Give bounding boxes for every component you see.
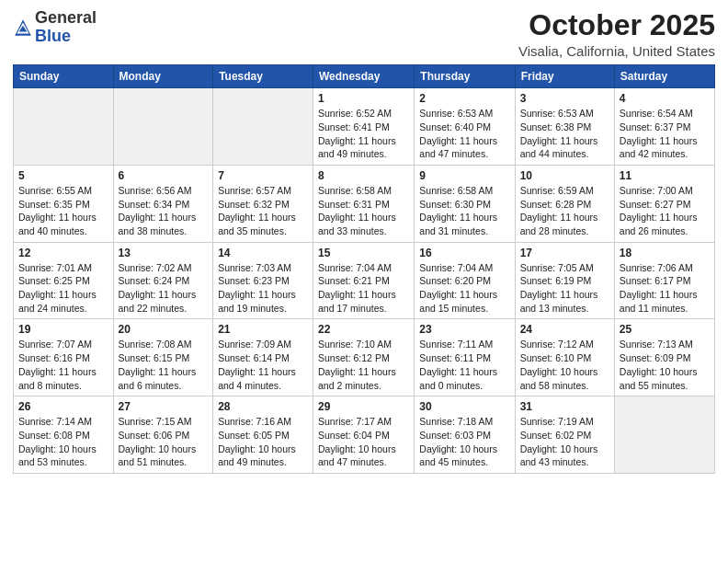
table-row: 8Sunrise: 6:58 AM Sunset: 6:31 PM Daylig…	[313, 165, 415, 242]
table-row: 29Sunrise: 7:17 AM Sunset: 6:04 PM Dayli…	[313, 396, 415, 474]
logo-blue: Blue	[35, 27, 71, 45]
day-info: Sunrise: 6:56 AM Sunset: 6:34 PM Dayligh…	[119, 184, 209, 238]
day-info: Sunrise: 7:19 AM Sunset: 6:02 PM Dayligh…	[520, 415, 609, 469]
day-info: Sunrise: 6:52 AM Sunset: 6:41 PM Dayligh…	[318, 107, 409, 161]
header-thursday: Thursday	[415, 65, 515, 88]
table-row: 23Sunrise: 7:11 AM Sunset: 6:11 PM Dayli…	[415, 319, 515, 396]
day-number: 25	[620, 323, 710, 336]
table-row: 26Sunrise: 7:14 AM Sunset: 6:08 PM Dayli…	[14, 396, 114, 474]
calendar-header-row: Sunday Monday Tuesday Wednesday Thursday…	[14, 65, 715, 88]
day-number: 26	[18, 400, 108, 413]
table-row: 6Sunrise: 6:56 AM Sunset: 6:34 PM Daylig…	[113, 165, 213, 242]
day-number: 4	[620, 92, 710, 105]
table-row: 31Sunrise: 7:19 AM Sunset: 6:02 PM Dayli…	[515, 396, 614, 474]
day-number: 2	[419, 92, 509, 105]
calendar-week-row: 26Sunrise: 7:14 AM Sunset: 6:08 PM Dayli…	[14, 396, 715, 474]
table-row: 2Sunrise: 6:53 AM Sunset: 6:40 PM Daylig…	[415, 88, 515, 166]
day-info: Sunrise: 7:15 AM Sunset: 6:06 PM Dayligh…	[119, 415, 209, 469]
day-number: 7	[218, 169, 308, 182]
month-title: October 2025	[518, 9, 715, 41]
table-row: 20Sunrise: 7:08 AM Sunset: 6:15 PM Dayli…	[113, 319, 213, 396]
calendar-week-row: 5Sunrise: 6:55 AM Sunset: 6:35 PM Daylig…	[14, 165, 715, 242]
day-number: 10	[520, 169, 609, 182]
table-row: 15Sunrise: 7:04 AM Sunset: 6:21 PM Dayli…	[313, 242, 415, 319]
header-monday: Monday	[113, 65, 213, 88]
day-number: 9	[419, 169, 509, 182]
day-number: 6	[119, 169, 209, 182]
table-row: 27Sunrise: 7:15 AM Sunset: 6:06 PM Dayli…	[113, 396, 213, 474]
day-number: 18	[620, 247, 710, 259]
day-number: 13	[119, 247, 209, 259]
day-number: 12	[18, 247, 108, 259]
day-info: Sunrise: 7:06 AM Sunset: 6:17 PM Dayligh…	[620, 261, 710, 316]
day-number: 16	[419, 247, 509, 259]
table-row: 17Sunrise: 7:05 AM Sunset: 6:19 PM Dayli…	[515, 242, 614, 319]
table-row: 1Sunrise: 6:52 AM Sunset: 6:41 PM Daylig…	[313, 88, 415, 166]
table-row: 14Sunrise: 7:03 AM Sunset: 6:23 PM Dayli…	[213, 242, 313, 319]
table-row: 28Sunrise: 7:16 AM Sunset: 6:05 PM Dayli…	[213, 396, 313, 474]
table-row	[113, 88, 213, 166]
day-info: Sunrise: 6:57 AM Sunset: 6:32 PM Dayligh…	[218, 184, 308, 238]
day-number: 3	[520, 92, 609, 105]
day-info: Sunrise: 7:17 AM Sunset: 6:04 PM Dayligh…	[318, 415, 409, 469]
day-info: Sunrise: 7:18 AM Sunset: 6:03 PM Dayligh…	[419, 415, 509, 469]
day-info: Sunrise: 7:09 AM Sunset: 6:14 PM Dayligh…	[218, 338, 308, 392]
day-info: Sunrise: 7:07 AM Sunset: 6:16 PM Dayligh…	[18, 338, 108, 392]
header-sunday: Sunday	[14, 65, 114, 88]
table-row: 12Sunrise: 7:01 AM Sunset: 6:25 PM Dayli…	[14, 242, 114, 319]
day-info: Sunrise: 7:13 AM Sunset: 6:09 PM Dayligh…	[620, 338, 710, 392]
table-row: 19Sunrise: 7:07 AM Sunset: 6:16 PM Dayli…	[14, 319, 114, 396]
day-info: Sunrise: 7:14 AM Sunset: 6:08 PM Dayligh…	[18, 415, 108, 469]
table-row: 4Sunrise: 6:54 AM Sunset: 6:37 PM Daylig…	[614, 88, 714, 166]
calendar-week-row: 1Sunrise: 6:52 AM Sunset: 6:41 PM Daylig…	[14, 88, 715, 166]
table-row: 22Sunrise: 7:10 AM Sunset: 6:12 PM Dayli…	[313, 319, 415, 396]
table-row: 30Sunrise: 7:18 AM Sunset: 6:03 PM Dayli…	[415, 396, 515, 474]
day-info: Sunrise: 6:59 AM Sunset: 6:28 PM Dayligh…	[520, 184, 609, 238]
header-friday: Friday	[515, 65, 614, 88]
day-number: 24	[520, 323, 609, 336]
table-row: 9Sunrise: 6:58 AM Sunset: 6:30 PM Daylig…	[415, 165, 515, 242]
day-number: 23	[419, 323, 509, 336]
day-info: Sunrise: 7:00 AM Sunset: 6:27 PM Dayligh…	[620, 184, 710, 238]
day-number: 28	[218, 400, 308, 413]
calendar-week-row: 12Sunrise: 7:01 AM Sunset: 6:25 PM Dayli…	[14, 242, 715, 319]
table-row	[14, 88, 114, 166]
day-number: 1	[318, 92, 409, 105]
day-number: 29	[318, 400, 409, 413]
title-block: October 2025 Visalia, California, United…	[518, 9, 715, 59]
header-tuesday: Tuesday	[213, 65, 313, 88]
table-row: 3Sunrise: 6:53 AM Sunset: 6:38 PM Daylig…	[515, 88, 614, 166]
day-info: Sunrise: 7:11 AM Sunset: 6:11 PM Dayligh…	[419, 338, 509, 392]
day-number: 20	[119, 323, 209, 336]
day-info: Sunrise: 7:16 AM Sunset: 6:05 PM Dayligh…	[218, 415, 308, 469]
table-row: 18Sunrise: 7:06 AM Sunset: 6:17 PM Dayli…	[614, 242, 714, 319]
table-row	[614, 396, 714, 474]
day-number: 19	[18, 323, 108, 336]
table-row: 10Sunrise: 6:59 AM Sunset: 6:28 PM Dayli…	[515, 165, 614, 242]
header-saturday: Saturday	[614, 65, 714, 88]
day-info: Sunrise: 7:04 AM Sunset: 6:20 PM Dayligh…	[419, 261, 509, 316]
table-row: 21Sunrise: 7:09 AM Sunset: 6:14 PM Dayli…	[213, 319, 313, 396]
day-info: Sunrise: 6:58 AM Sunset: 6:30 PM Dayligh…	[419, 184, 509, 238]
table-row: 13Sunrise: 7:02 AM Sunset: 6:24 PM Dayli…	[113, 242, 213, 319]
logo-icon	[13, 17, 33, 38]
day-number: 30	[419, 400, 509, 413]
day-number: 31	[520, 400, 609, 413]
calendar-week-row: 19Sunrise: 7:07 AM Sunset: 6:16 PM Dayli…	[14, 319, 715, 396]
table-row: 5Sunrise: 6:55 AM Sunset: 6:35 PM Daylig…	[14, 165, 114, 242]
day-info: Sunrise: 7:10 AM Sunset: 6:12 PM Dayligh…	[318, 338, 409, 392]
table-row	[213, 88, 313, 166]
day-info: Sunrise: 7:05 AM Sunset: 6:19 PM Dayligh…	[520, 261, 609, 316]
day-info: Sunrise: 7:02 AM Sunset: 6:24 PM Dayligh…	[119, 261, 209, 316]
day-info: Sunrise: 7:12 AM Sunset: 6:10 PM Dayligh…	[520, 338, 609, 392]
day-number: 11	[620, 169, 710, 182]
table-row: 25Sunrise: 7:13 AM Sunset: 6:09 PM Dayli…	[614, 319, 714, 396]
day-number: 14	[218, 247, 308, 259]
day-info: Sunrise: 7:08 AM Sunset: 6:15 PM Dayligh…	[119, 338, 209, 392]
header: General Blue October 2025 Visalia, Calif…	[13, 9, 715, 59]
header-wednesday: Wednesday	[313, 65, 415, 88]
day-info: Sunrise: 7:01 AM Sunset: 6:25 PM Dayligh…	[18, 261, 108, 316]
day-number: 27	[119, 400, 209, 413]
location: Visalia, California, United States	[518, 43, 715, 59]
table-row: 11Sunrise: 7:00 AM Sunset: 6:27 PM Dayli…	[614, 165, 714, 242]
